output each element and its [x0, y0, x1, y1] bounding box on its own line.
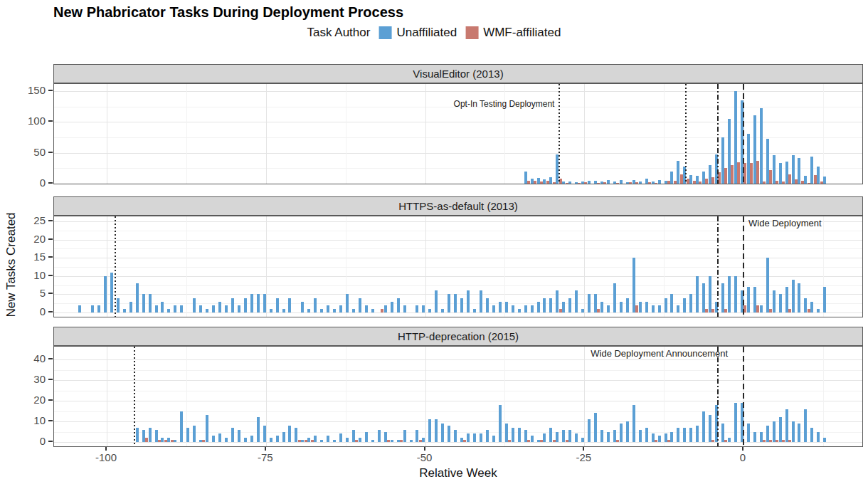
bar-unaffiliated: [225, 305, 228, 312]
gridline-minor-x: [186, 216, 187, 317]
chart: New Phabricator Tasks During Deployment …: [0, 0, 868, 489]
bar-unaffiliated: [798, 424, 800, 442]
bar-unaffiliated: [817, 167, 820, 184]
y-tick-mark: [48, 311, 53, 312]
bar-unaffiliated: [804, 409, 807, 442]
bar-unaffiliated: [307, 309, 310, 312]
bar-wmf-affiliated: [808, 183, 810, 184]
bar-wmf-affiliated: [616, 183, 619, 184]
bar-unaffiliated: [161, 302, 164, 312]
y-tick-mark: [48, 420, 53, 421]
vline-dashed: [743, 216, 744, 317]
y-tick-label: 0: [17, 177, 46, 189]
bar-wmf-affiliated: [648, 182, 651, 184]
bar-wmf-affiliated: [387, 440, 390, 442]
gridline-major: [54, 312, 862, 313]
bar-unaffiliated: [123, 309, 126, 312]
bar-unaffiliated: [282, 432, 285, 443]
legend-item-unaffiliated: Unaffiliated: [379, 26, 457, 40]
gridline-major: [54, 401, 862, 401]
bar-wmf-affiliated: [776, 440, 778, 442]
legend: Task Author Unaffiliated WMF-affiliated: [307, 26, 561, 40]
facet-strip: VisualEditor (2013): [53, 64, 863, 83]
bar-unaffiliated: [378, 430, 381, 442]
bar-unaffiliated: [575, 433, 578, 442]
bar-unaffiliated: [454, 430, 457, 442]
y-axis-title: New Tasks Created: [4, 212, 18, 317]
bar-unaffiliated: [499, 405, 502, 442]
gridline-major-x: [266, 216, 267, 317]
gridline-minor-x: [823, 84, 824, 184]
bar-unaffiliated: [129, 302, 132, 312]
bar-unaffiliated: [620, 180, 623, 184]
y-tick-label: 150: [17, 84, 46, 96]
bar-unaffiliated: [562, 302, 565, 312]
gridline-minor: [54, 248, 862, 249]
bar-unaffiliated: [810, 302, 813, 312]
bar-unaffiliated: [823, 287, 826, 312]
bar-unaffiliated: [728, 438, 731, 442]
bar-wmf-affiliated: [699, 182, 702, 184]
bar-unaffiliated: [600, 430, 603, 442]
bar-unaffiliated: [365, 305, 368, 312]
gridline-major: [54, 258, 862, 258]
bar-wmf-affiliated: [164, 440, 167, 442]
bar-unaffiliated: [823, 177, 826, 184]
bar-unaffiliated: [320, 309, 323, 312]
facet-strip-label: HTTP-deprecation (2015): [398, 330, 519, 342]
y-tick-mark: [48, 379, 53, 380]
bar-wmf-affiliated: [763, 440, 766, 442]
bar-unaffiliated: [270, 438, 272, 442]
bar-unaffiliated: [174, 440, 176, 442]
bar-unaffiliated: [136, 283, 139, 312]
bar-unaffiliated: [702, 411, 705, 443]
bar-unaffiliated: [250, 294, 253, 312]
x-tick-label: -25: [562, 451, 605, 463]
bar-wmf-affiliated: [597, 309, 600, 312]
bar-wmf-affiliated: [655, 440, 657, 442]
bar-unaffiliated: [174, 305, 176, 312]
bar-unaffiliated: [250, 436, 253, 442]
legend-label-unaffiliated: Unaffiliated: [396, 26, 457, 40]
gridline-minor: [54, 231, 862, 231]
y-tick-mark: [48, 358, 53, 359]
bar-unaffiliated: [696, 426, 699, 442]
bar-unaffiliated: [97, 305, 100, 312]
bar-unaffiliated: [218, 433, 221, 442]
bar-wmf-affiliated: [355, 440, 358, 442]
gridline-minor-x: [823, 347, 824, 446]
bar-unaffiliated: [486, 298, 489, 312]
bar-unaffiliated: [588, 419, 591, 442]
gridline-minor-x: [664, 347, 665, 446]
bar-unaffiliated: [600, 302, 603, 312]
bar-unaffiliated: [531, 436, 534, 442]
bar-wmf-affiliated: [795, 179, 798, 184]
vline-dashed: [743, 84, 744, 184]
bar-unaffiliated: [78, 305, 81, 312]
wmf-swatch: [465, 26, 478, 39]
gridline-major: [54, 91, 862, 92]
bar-unaffiliated: [760, 108, 763, 184]
bar-wmf-affiliated: [750, 163, 753, 184]
bar-unaffiliated: [798, 283, 800, 312]
bar-unaffiliated: [397, 298, 400, 312]
chart-title: New Phabricator Tasks During Deployment …: [53, 4, 403, 21]
bar-unaffiliated: [301, 302, 304, 312]
bar-unaffiliated: [607, 432, 610, 443]
bar-unaffiliated: [403, 305, 406, 312]
bar-unaffiliated: [537, 302, 540, 312]
bar-wmf-affiliated: [667, 181, 670, 184]
bar-unaffiliated: [282, 309, 285, 312]
bar-unaffiliated: [428, 309, 431, 312]
bar-unaffiliated: [518, 428, 521, 442]
y-tick-mark: [48, 90, 53, 91]
bar-unaffiliated: [689, 428, 692, 442]
y-tick-label: 100: [17, 115, 46, 127]
gridline-major-x: [266, 347, 267, 446]
bar-unaffiliated: [689, 294, 692, 312]
gridline-minor: [54, 370, 862, 371]
bar-wmf-affiliated: [711, 309, 714, 312]
bar-unaffiliated: [435, 419, 438, 442]
bar-unaffiliated: [760, 305, 763, 312]
bar-unaffiliated: [371, 440, 374, 442]
